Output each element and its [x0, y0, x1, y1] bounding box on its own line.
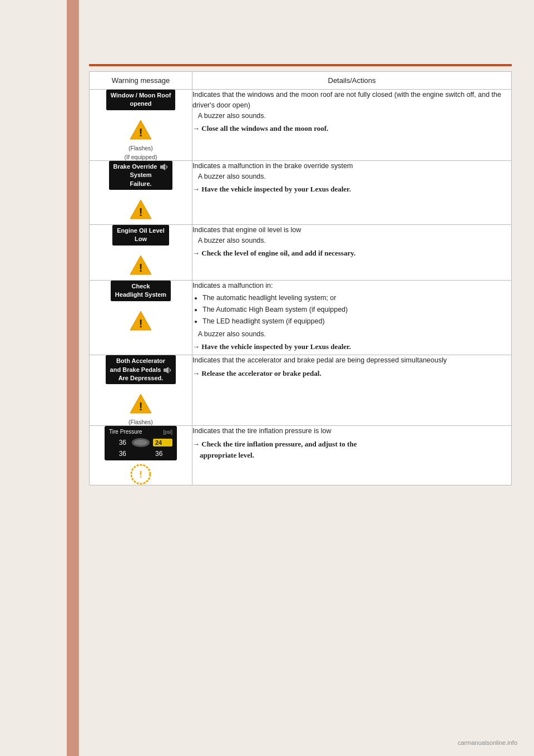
detail-bullets: The automatic headlight leveling system;…: [202, 293, 511, 326]
details-cell-engine-oil: Indicates that engine oil level is low A…: [192, 224, 512, 280]
tire-val-bottom-right: 36: [153, 450, 172, 458]
warning-cell-engine-oil: Engine Oil LevelLow !: [90, 224, 192, 280]
tire-pressure-title: Tire Pressure: [109, 429, 142, 435]
details-cell-tire: Indicates that the tire inflation pressu…: [192, 426, 512, 485]
car-top-view: [130, 436, 152, 449]
warning-cell-headlight: CheckHeadlight System !: [90, 280, 192, 355]
col2-header: Details/Actions: [192, 72, 512, 90]
triangle-warning-icon: !: [129, 198, 152, 221]
warning-cell-accel-brake: Both Acceleratorand Brake Pedals Are Dep…: [90, 355, 192, 426]
warning-cell-brake-override: Brake Override SystemFailure. !: [90, 160, 192, 224]
speaker-icon: [160, 163, 168, 171]
tire-pressure-unit: [psi]: [163, 429, 172, 435]
list-item: The Automatic High Beam system (if equip…: [202, 305, 511, 315]
svg-rect-2: [160, 165, 162, 169]
svg-marker-13: [166, 367, 169, 374]
tire-val-top-right: 24: [153, 439, 172, 446]
footer-url: carmanualsonline.info: [458, 739, 517, 746]
svg-text:!: !: [139, 469, 142, 480]
warning-label-brake-override: Brake Override SystemFailure.: [109, 161, 173, 190]
action-text: → Check the level of engine oil, and add…: [192, 248, 511, 259]
table-row: CheckHeadlight System ! Indicates a malf…: [90, 280, 512, 355]
flashes-label-2: (Flashes): [90, 419, 192, 425]
detail-text: Indicates that engine oil level is low A…: [192, 225, 511, 246]
detail-text: Indicates that the accelerator and brake…: [192, 355, 511, 366]
tire-warning-icon: !: [130, 464, 151, 485]
action-text: → Have the vehicle inspected by your Lex…: [192, 341, 511, 352]
svg-point-19: [134, 440, 147, 445]
tire-val-top-left: 36: [109, 439, 128, 446]
detail-text: Indicates that the windows and the moon …: [192, 90, 511, 121]
table-row: Engine Oil LevelLow ! Indicates that eng…: [90, 224, 512, 280]
table-row: Both Acceleratorand Brake Pedals Are Dep…: [90, 355, 512, 426]
detail-intro: Indicates a malfunction in:: [192, 281, 511, 291]
warning-cell-window: Window / Moon Roofopened ! (Flashes) (If…: [90, 90, 192, 161]
speaker-icon: [164, 366, 171, 374]
detail-text: A buzzer also sounds.: [192, 329, 511, 340]
triangle-warning-icon: !: [129, 118, 152, 141]
details-cell-accel-brake: Indicates that the accelerator and brake…: [192, 355, 512, 426]
flashes-label-1: (Flashes): [90, 145, 192, 151]
table-row: Tire Pressure [psi] 36 24 36: [90, 426, 512, 485]
action-text: → Check the tire inflation pressure, and…: [192, 439, 511, 461]
svg-text:!: !: [139, 206, 143, 218]
action-text: → Close all the windows and the moon roo…: [192, 123, 511, 134]
details-cell-brake-override: Indicates a malfunction in the brake ove…: [192, 160, 512, 224]
svg-line-15: [169, 370, 171, 372]
details-cell-headlight: Indicates a malfunction in: The automati…: [192, 280, 512, 355]
if-equipped-label-1: (If equipped): [90, 154, 192, 160]
col1-header: Warning message: [90, 72, 192, 90]
svg-text:!: !: [139, 317, 143, 330]
warning-label-window: Window / Moon Roofopened: [106, 90, 176, 110]
detail-text: Indicates that the tire inflation pressu…: [192, 426, 511, 436]
warning-label-headlight: CheckHeadlight System: [111, 281, 171, 301]
list-item: The automatic headlight leveling system;…: [202, 293, 511, 303]
warning-table: Warning message Details/Actions Window /…: [89, 71, 512, 485]
warning-label-engine-oil: Engine Oil LevelLow: [112, 225, 169, 246]
svg-marker-3: [162, 164, 165, 170]
triangle-warning-icon: !: [129, 309, 152, 332]
table-row: Window / Moon Roofopened ! (Flashes) (If…: [90, 90, 512, 161]
tire-pressure-display: Tire Pressure [psi] 36 24 36: [105, 426, 177, 460]
svg-text:!: !: [139, 400, 143, 413]
svg-text:!: !: [139, 262, 143, 274]
tire-grid: 36 24 36 36: [109, 436, 172, 458]
warning-label-accel-brake: Both Acceleratorand Brake Pedals Are Dep…: [106, 355, 176, 384]
svg-text:!: !: [139, 126, 143, 139]
left-stripe: [67, 0, 79, 756]
action-text: → Release the accelerator or brake pedal…: [192, 368, 511, 379]
action-text: → Have the vehicle inspected by your Lex…: [192, 184, 511, 195]
list-item: The LED headlight system (if equipped): [202, 316, 511, 327]
top-bar: [89, 64, 512, 66]
triangle-warning-icon: !: [129, 392, 152, 415]
tire-val-bottom-left: 36: [109, 450, 128, 458]
detail-text: Indicates a malfunction in the brake ove…: [192, 161, 511, 182]
table-row: Brake Override SystemFailure. !: [90, 160, 512, 224]
content-area: Warning message Details/Actions Window /…: [89, 71, 512, 689]
warning-cell-tire: Tire Pressure [psi] 36 24 36: [90, 426, 192, 485]
details-cell-window: Indicates that the windows and the moon …: [192, 90, 512, 161]
triangle-warning-icon: !: [129, 253, 152, 277]
svg-rect-12: [164, 369, 166, 372]
svg-line-5: [166, 167, 167, 169]
